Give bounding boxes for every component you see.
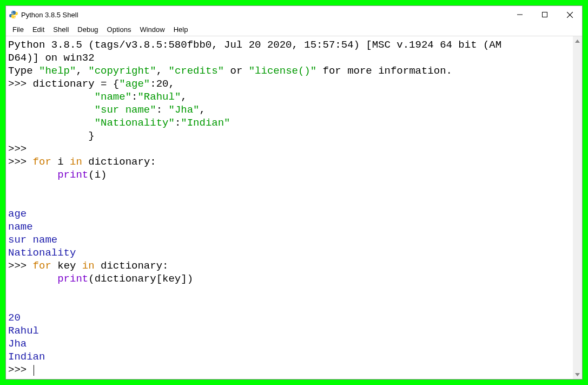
shell-text-area[interactable]: Python 3.8.5 (tags/v3.8.5:580fbb0, Jul 2… <box>6 36 573 379</box>
svg-point-0 <box>12 11 13 12</box>
close-icon <box>567 12 573 18</box>
banner-line-1: Python 3.8.5 (tags/v3.8.5:580fbb0, Jul 2… <box>8 39 501 51</box>
python-idle-icon <box>9 10 18 19</box>
output-val-4: Indian <box>8 351 45 363</box>
code-for-1: for i in dictionary: <box>33 156 156 168</box>
scroll-down-arrow-icon[interactable] <box>573 370 582 379</box>
code-dict-1: dictionary = {"age":20, <box>33 78 175 90</box>
code-for-2: for key in dictionary: <box>33 260 169 272</box>
prompt: >>> <box>8 143 33 155</box>
close-button[interactable] <box>557 6 582 23</box>
banner-line-3: Type "help", "copyright", "credits" or "… <box>8 65 452 77</box>
prompt: >>> <box>8 156 33 168</box>
output-key-4: Nationality <box>8 247 76 259</box>
window-title: Python 3.8.5 Shell <box>21 11 78 19</box>
maximize-button[interactable] <box>532 6 557 23</box>
text-cursor <box>34 365 34 376</box>
scroll-up-arrow-icon[interactable] <box>573 36 582 45</box>
prompt: >>> <box>8 78 33 90</box>
code-for-2-body: print(dictionary[key]) <box>57 273 193 285</box>
svg-point-1 <box>15 17 16 18</box>
output-key-1: age <box>8 208 27 220</box>
menu-shell[interactable]: Shell <box>49 24 73 35</box>
minimize-icon <box>517 12 523 17</box>
content-wrap: Python 3.8.5 (tags/v3.8.5:580fbb0, Jul 2… <box>6 36 582 379</box>
menubar: File Edit Shell Debug Options Window Hel… <box>6 23 582 36</box>
output-key-2: name <box>8 221 33 233</box>
prompt: >>> <box>8 260 33 272</box>
output-key-3: sur name <box>8 234 57 246</box>
code-dict-2: "name":"Rahul", <box>95 91 187 103</box>
banner-line-2: D64)] on win32 <box>8 52 95 64</box>
svg-marker-7 <box>575 373 580 376</box>
window-controls <box>507 6 582 23</box>
code-dict-4: "Nationality":"Indian" <box>95 117 230 129</box>
menu-help[interactable]: Help <box>169 24 193 35</box>
output-val-1: 20 <box>8 312 21 324</box>
output-val-2: Rahul <box>8 325 39 337</box>
maximize-icon <box>542 12 547 17</box>
vertical-scrollbar[interactable] <box>573 36 582 379</box>
menu-file[interactable]: File <box>8 24 28 35</box>
svg-marker-6 <box>575 40 580 43</box>
code-dict-3: "sur name": "Jha", <box>95 104 206 116</box>
svg-rect-3 <box>543 12 547 17</box>
minimize-button[interactable] <box>507 6 532 23</box>
output-val-3: Jha <box>8 338 27 350</box>
menu-options[interactable]: Options <box>103 24 136 35</box>
code-for-1-body: print(i) <box>57 169 107 181</box>
prompt: >>> <box>8 364 33 376</box>
menu-window[interactable]: Window <box>135 24 169 35</box>
titlebar[interactable]: Python 3.8.5 Shell <box>6 6 582 23</box>
menu-debug[interactable]: Debug <box>73 24 102 35</box>
code-dict-close: } <box>88 130 94 142</box>
menu-edit[interactable]: Edit <box>28 24 49 35</box>
app-window: Python 3.8.5 Shell File Edit Shell Debug… <box>5 5 583 380</box>
